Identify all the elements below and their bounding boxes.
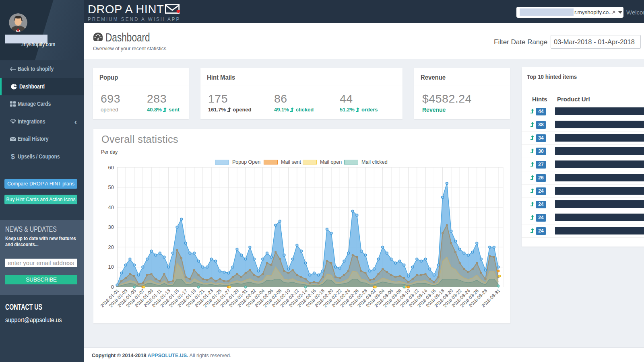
svg-text:0: 0: [111, 284, 114, 290]
svg-text:30: 30: [108, 224, 114, 230]
svg-text:40: 40: [108, 204, 114, 210]
svg-text:50: 50: [108, 184, 114, 190]
svg-text:20: 20: [108, 244, 114, 250]
svg-text:10: 10: [108, 264, 114, 270]
svg-text:60: 60: [108, 165, 114, 171]
